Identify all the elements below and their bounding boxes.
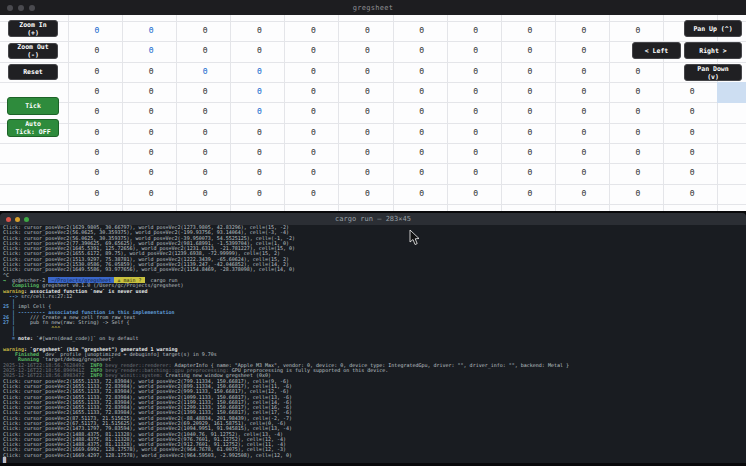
grid-cell-icon[interactable]: Θ — [636, 108, 641, 116]
grid-cell-icon[interactable]: Θ — [149, 149, 154, 157]
grid-cell-icon[interactable]: Θ — [95, 190, 100, 198]
pan-down-button[interactable]: Pan Down (v) — [684, 64, 742, 81]
close-window-icon[interactable] — [6, 217, 11, 222]
terminal-output[interactable]: Click: cursor_pos=Vec2(1629.9805, 30.667… — [0, 225, 746, 463]
grid-cell-icon[interactable]: Θ — [257, 27, 262, 35]
zoom-window-icon[interactable] — [24, 217, 29, 222]
grid-cell-icon[interactable]: Θ — [527, 27, 532, 35]
grid-cell-icon[interactable]: Θ — [527, 169, 532, 177]
pan-left-button[interactable]: < Left — [632, 42, 681, 59]
grid-cell-icon[interactable]: Θ — [473, 47, 478, 55]
tick-button[interactable]: Tick — [7, 97, 59, 115]
grid-cell-icon[interactable]: Θ — [581, 88, 586, 96]
grid-cell-icon[interactable]: Θ — [690, 108, 695, 116]
grid-cell-icon[interactable]: Θ — [257, 108, 262, 116]
grid-cell-icon[interactable]: Θ — [95, 68, 100, 76]
grid-cell-icon[interactable]: Θ — [419, 149, 424, 157]
grid-cell-icon[interactable]: Θ — [419, 169, 424, 177]
grid-cell-icon[interactable]: Θ — [581, 149, 586, 157]
grid-cell-icon[interactable]: Θ — [527, 47, 532, 55]
grid-cell-icon[interactable]: Θ — [257, 169, 262, 177]
grid-cell-icon[interactable]: Θ — [311, 88, 316, 96]
grid-cell-icon[interactable]: Θ — [203, 129, 208, 137]
pan-right-button[interactable]: Right > — [684, 42, 742, 59]
grid-cell-icon[interactable]: Θ — [473, 169, 478, 177]
grid-cell-icon[interactable]: Θ — [149, 129, 154, 137]
grid-cell-icon[interactable]: Θ — [419, 190, 424, 198]
grid-cell-icon[interactable]: Θ — [636, 27, 641, 35]
grid-cell-icon[interactable]: Θ — [311, 47, 316, 55]
grid-cell-icon[interactable]: Θ — [690, 169, 695, 177]
grid-cell-icon[interactable]: Θ — [365, 169, 370, 177]
zoom-in-button[interactable]: Zoom In (+) — [8, 20, 58, 37]
grid-cell-icon[interactable]: Θ — [527, 108, 532, 116]
grid-cell-icon[interactable]: Θ — [257, 129, 262, 137]
grid-cell-icon[interactable]: Θ — [527, 129, 532, 137]
grid-cell-icon[interactable]: Θ — [203, 169, 208, 177]
grid-cell-icon[interactable]: Θ — [636, 149, 641, 157]
grid-cell-icon[interactable]: Θ — [581, 27, 586, 35]
grid-cell-icon[interactable]: Θ — [149, 47, 154, 55]
close-window-icon[interactable] — [7, 5, 13, 11]
grid-cell-icon[interactable]: Θ — [257, 47, 262, 55]
pan-up-button[interactable]: Pan Up (^) — [684, 20, 742, 37]
grid-cell-icon[interactable]: Θ — [636, 88, 641, 96]
zoom-out-button[interactable]: Zoom Out (-) — [8, 43, 58, 59]
grid-cell-icon[interactable]: Θ — [95, 47, 100, 55]
grid-cell-icon[interactable]: Θ — [581, 190, 586, 198]
grid-cell-icon[interactable]: Θ — [365, 68, 370, 76]
grid-cell-icon[interactable]: Θ — [690, 88, 695, 96]
grid-cell-icon[interactable]: Θ — [419, 68, 424, 76]
grid-cell-icon[interactable]: Θ — [149, 27, 154, 35]
grid-cell-icon[interactable]: Θ — [149, 190, 154, 198]
grid-cell-icon[interactable]: Θ — [257, 149, 262, 157]
zoom-window-icon[interactable] — [29, 5, 35, 11]
grid-cell-icon[interactable]: Θ — [203, 88, 208, 96]
grid-cell-icon[interactable]: Θ — [311, 68, 316, 76]
grid-cell-icon[interactable]: Θ — [311, 108, 316, 116]
grid-cell-icon[interactable]: Θ — [581, 129, 586, 137]
grid-cell-icon[interactable]: Θ — [473, 27, 478, 35]
grid-cell-icon[interactable]: Θ — [473, 149, 478, 157]
grid-cell-icon[interactable]: Θ — [419, 129, 424, 137]
grid-cell-icon[interactable]: Θ — [311, 190, 316, 198]
grid-cell-icon[interactable]: Θ — [95, 129, 100, 137]
grid-cell-icon[interactable]: Θ — [257, 88, 262, 96]
auto-tick-button[interactable]: Auto Tick: OFF — [7, 119, 59, 137]
grid-cell-icon[interactable]: Θ — [95, 149, 100, 157]
grid-cell-icon[interactable]: Θ — [419, 47, 424, 55]
grid-cell-icon[interactable]: Θ — [581, 169, 586, 177]
grid-cell-icon[interactable]: Θ — [419, 108, 424, 116]
grid-cell-icon[interactable]: Θ — [636, 190, 641, 198]
grid-cell-icon[interactable]: Θ — [473, 190, 478, 198]
grid-cell-icon[interactable]: Θ — [311, 149, 316, 157]
grid-cell-icon[interactable]: Θ — [473, 129, 478, 137]
grid-cell-icon[interactable]: Θ — [365, 47, 370, 55]
grid-cell-icon[interactable]: Θ — [419, 27, 424, 35]
grid-cell-icon[interactable]: Θ — [365, 27, 370, 35]
grid-cell-icon[interactable]: Θ — [527, 190, 532, 198]
grid-cell-icon[interactable]: Θ — [365, 88, 370, 96]
grid-cell-icon[interactable]: Θ — [203, 27, 208, 35]
grid-cell-icon[interactable]: Θ — [690, 129, 695, 137]
grid-cell-icon[interactable]: Θ — [365, 190, 370, 198]
grid-cell-icon[interactable]: Θ — [690, 149, 695, 157]
gregsheet-titlebar[interactable]: gregsheet — [0, 0, 746, 16]
grid-cell-icon[interactable]: Θ — [149, 169, 154, 177]
grid-cell-icon[interactable]: Θ — [581, 108, 586, 116]
grid-cell-icon[interactable]: Θ — [203, 108, 208, 116]
grid-cell-icon[interactable]: Θ — [473, 68, 478, 76]
minimize-window-icon[interactable] — [15, 217, 20, 222]
grid-cell-icon[interactable]: Θ — [203, 149, 208, 157]
grid-cell-icon[interactable]: Θ — [636, 129, 641, 137]
grid-cell-icon[interactable]: Θ — [149, 88, 154, 96]
grid-cell-icon[interactable]: Θ — [257, 190, 262, 198]
minimize-window-icon[interactable] — [18, 5, 24, 11]
reset-button[interactable]: Reset — [8, 64, 58, 80]
grid-cell-icon[interactable]: Θ — [203, 68, 208, 76]
grid-cell-icon[interactable]: Θ — [690, 190, 695, 198]
grid-cell-icon[interactable]: Θ — [311, 27, 316, 35]
grid-cell-icon[interactable]: Θ — [95, 27, 100, 35]
grid-cell-icon[interactable]: Θ — [365, 149, 370, 157]
terminal-titlebar[interactable]: cargo run — 283×45 — [0, 213, 746, 225]
